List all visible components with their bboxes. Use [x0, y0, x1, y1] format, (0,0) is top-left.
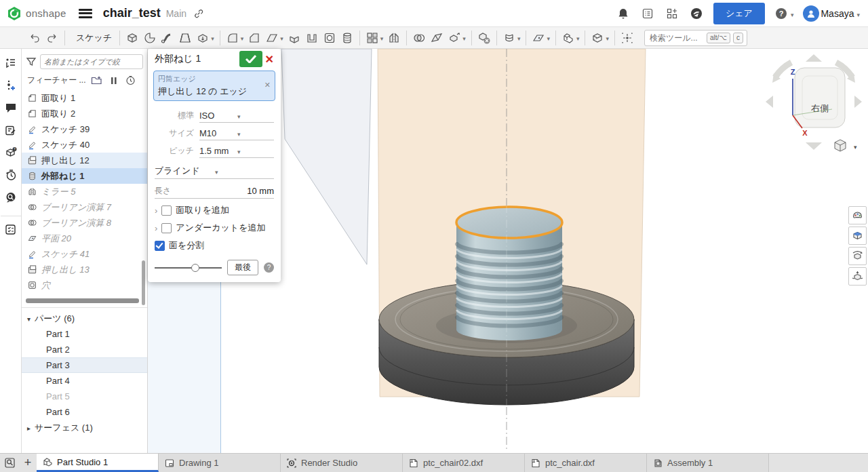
toolbar-tool-plane[interactable] [530, 31, 552, 45]
length-input[interactable]: 10 mm [171, 186, 274, 196]
workspace-name[interactable]: Main [166, 8, 186, 19]
toolbar-tool-shell[interactable] [285, 31, 303, 45]
document-tab[interactable]: Drawing 1 [159, 454, 281, 472]
help-menu[interactable]: ? [774, 7, 794, 20]
clear-selection-icon[interactable]: ✕ [264, 81, 271, 90]
sketch-button[interactable]: スケッチ [68, 31, 116, 45]
rail-button-insert[interactable] [3, 78, 18, 93]
document-tab[interactable]: ptc_chair.dxf [525, 454, 647, 472]
document-tab[interactable]: ptc_chair02.dxf [403, 454, 525, 472]
feature-row[interactable]: スケッチ 39 [22, 121, 147, 137]
toolbar-tool-revolve[interactable] [141, 31, 159, 45]
part-row[interactable]: Part 3 [22, 357, 147, 373]
part-row[interactable]: Part 2 [22, 342, 147, 357]
tasks-list-icon[interactable] [640, 6, 655, 21]
toolbar-tool-redo[interactable] [43, 31, 61, 45]
part-row[interactable]: Part 1 [22, 326, 147, 342]
onshape-logo[interactable]: onshape [7, 6, 66, 21]
view-tool-button-named-views[interactable] [848, 227, 867, 245]
add-undercut-row[interactable]: アンダーカットを追加 [148, 218, 281, 235]
toolbar-tool-transform[interactable] [446, 31, 468, 45]
history-clock-icon[interactable] [125, 75, 136, 86]
toolbar-tool-undo[interactable] [26, 31, 43, 45]
toolbar-tool-split[interactable] [428, 31, 446, 45]
apps-grid-icon[interactable] [665, 6, 679, 21]
rail-button-comments[interactable] [3, 100, 18, 115]
notifications-bell-icon[interactable] [616, 6, 631, 21]
feature-row[interactable]: ミラー 5 [22, 184, 147, 199]
feature-row[interactable]: 外部ねじ 1 [22, 168, 147, 184]
slider-knob[interactable] [191, 264, 199, 272]
filter-funnel-icon[interactable] [26, 56, 37, 67]
add-undercut-checkbox[interactable] [161, 223, 172, 233]
dropdown-caret-icon[interactable] [547, 33, 550, 43]
dropdown-caret-icon[interactable] [211, 33, 214, 43]
toolbar-tool-hole[interactable] [321, 31, 338, 45]
rollback-slider[interactable] [155, 264, 222, 272]
document-title[interactable]: chair_test [103, 6, 161, 20]
tab-search-icon[interactable] [0, 454, 19, 472]
toolbar-tool-chamfer[interactable] [245, 31, 263, 45]
end-condition-select[interactable]: ブラインド [155, 163, 274, 179]
feature-filter-input[interactable] [40, 54, 143, 69]
toolbar-tool-linear-pattern[interactable] [363, 31, 386, 45]
expand-chevron-icon[interactable] [155, 205, 157, 216]
toolbar-tool-boolean[interactable] [410, 31, 428, 45]
dropdown-caret-icon[interactable] [241, 33, 244, 43]
surfaces-header-row[interactable]: サーフェス (1) [22, 420, 147, 435]
dropdown-caret-icon[interactable] [380, 33, 384, 43]
final-button[interactable]: 最後 [227, 260, 258, 275]
rail-button-feature-list[interactable] [3, 56, 18, 71]
share-link-icon[interactable] [193, 8, 204, 19]
view-cube[interactable]: 右側 Z X ▾ [763, 53, 865, 155]
accept-button[interactable] [239, 51, 262, 67]
toolbar-tool-helix[interactable] [500, 31, 523, 45]
feature-row[interactable]: 穴 [22, 277, 147, 293]
standard-select[interactable]: ISO [199, 109, 274, 123]
view-tool-button-appearance[interactable] [848, 206, 867, 224]
split-faces-checkbox[interactable] [155, 241, 165, 251]
document-tab[interactable]: Assembly 1 [647, 454, 769, 472]
dropdown-caret-icon[interactable] [517, 33, 521, 43]
expand-chevron-icon[interactable] [155, 223, 157, 233]
add-chamfer-row[interactable]: 面取りを追加 [148, 200, 281, 218]
feature-list-scrollbar[interactable] [142, 260, 145, 305]
dropdown-caret-icon[interactable] [606, 33, 609, 43]
search-tools-box[interactable]: alt/⌥ c [644, 30, 747, 46]
feature-row[interactable]: 面取り 2 [22, 106, 147, 121]
toolbar-tool-sweep[interactable] [159, 31, 176, 45]
cancel-button[interactable]: ✕ [262, 53, 277, 66]
threaded-cylinder-part[interactable] [456, 207, 562, 340]
dropdown-caret-icon[interactable] [576, 33, 580, 43]
toolbar-tool-delete-part[interactable] [475, 31, 493, 45]
new-folder-icon[interactable] [91, 75, 102, 86]
dropdown-caret-icon[interactable] [280, 33, 283, 43]
document-tab[interactable]: Part Studio 1 [37, 454, 159, 472]
add-chamfer-checkbox[interactable] [161, 205, 172, 216]
part-row[interactable]: Part 6 [22, 404, 147, 420]
toolbar-tool-rib[interactable] [303, 31, 321, 45]
toolbar-tool-composite-part[interactable] [559, 31, 582, 45]
feature-row[interactable]: 押し出し 12 [22, 153, 147, 168]
feature-row[interactable]: ブーリアン演算 8 [22, 215, 147, 231]
parts-header-row[interactable]: パーツ (6) [22, 311, 147, 326]
rail-button-history[interactable] [3, 168, 18, 182]
toolbar-tool-thicken[interactable] [194, 31, 216, 45]
toolbar-tool-fillet[interactable] [224, 31, 246, 45]
toolbar-tool-select-target[interactable] [618, 31, 636, 45]
toolbar-tool-loft[interactable] [176, 31, 194, 45]
toolbar-tool-thread[interactable] [338, 31, 356, 45]
part-row[interactable]: Part 4 [22, 373, 147, 389]
part-row[interactable]: Part 5 [22, 389, 147, 404]
rail-button-search-help[interactable] [3, 190, 18, 205]
feature-row[interactable]: 面取り 1 [22, 90, 147, 106]
edge-selection-box[interactable]: 円筒エッジ 押し出し 12 の エッジ ✕ [153, 71, 275, 101]
size-select[interactable]: M10 [199, 126, 274, 140]
suppress-pause-icon[interactable] [108, 75, 119, 86]
dialog-help-icon[interactable]: ? [264, 262, 274, 273]
rail-button-versions[interactable]: ? [3, 145, 18, 160]
search-tools-input[interactable] [648, 33, 704, 43]
community-icon[interactable] [689, 6, 704, 21]
feature-row[interactable]: 平面 20 [22, 231, 147, 246]
view-tool-button-view-rotate[interactable] [848, 247, 867, 265]
